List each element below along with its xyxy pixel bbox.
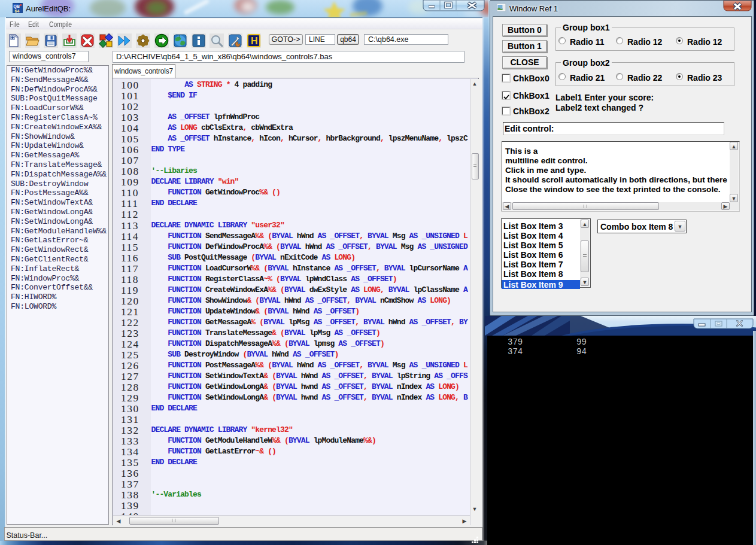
svg-text:64: 64	[15, 9, 20, 13]
svg-text:H: H	[251, 36, 258, 46]
svg-text:QB: QB	[14, 4, 20, 9]
